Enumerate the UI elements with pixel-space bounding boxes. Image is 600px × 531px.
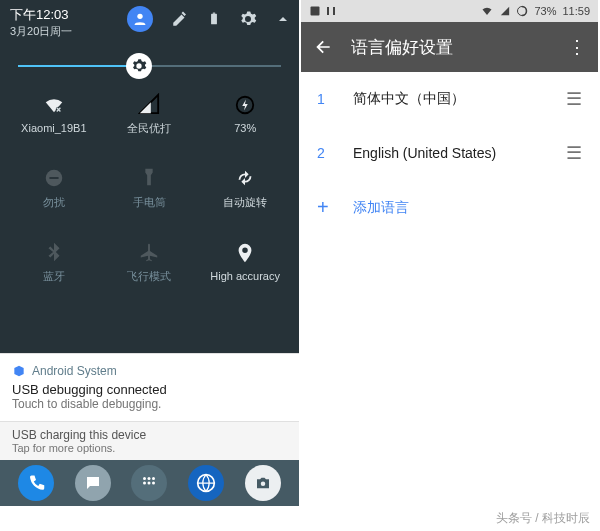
android-icon [12,364,26,378]
location-icon [234,242,256,264]
battery-charging-icon [234,94,256,116]
notification-subtitle: Touch to disable debugging. [12,397,287,411]
language-name: 简体中文（中国） [353,90,544,108]
tile-label: High accuracy [210,270,280,282]
svg-point-9 [152,477,155,480]
notification-title: USB charging this device [12,428,287,442]
notification-subtitle: Tap for more options. [12,442,287,454]
notification-title: USB debugging connected [12,382,287,397]
tile-label: 飞行模式 [127,269,171,284]
tile-bluetooth[interactable]: 蓝牙 [6,225,102,299]
dock-browser-icon[interactable] [188,465,224,501]
language-row[interactable]: 2English (United States)☰ [301,126,598,180]
dock-camera-icon[interactable] [245,465,281,501]
drag-handle-icon[interactable]: ☰ [566,142,582,164]
notification-app-row: Android System [12,364,287,378]
plus-icon: + [317,196,331,219]
tile-location[interactable]: High accuracy [197,225,293,299]
overflow-icon[interactable]: ⋮ [568,45,586,49]
dock-messages-icon[interactable] [75,465,111,501]
screenshot-icon [309,5,321,17]
svg-point-12 [152,482,155,485]
language-settings-screen: 73% 11:59 语言偏好设置 ⋮ 1简体中文（中国）☰2English (U… [299,0,598,506]
wifi-icon [43,94,65,116]
android-n-icon [325,5,337,17]
tile-label: 73% [234,122,256,134]
tile-battery-charging[interactable]: 73% [197,77,293,151]
avatar-icon[interactable] [127,6,153,32]
battery-circle-icon [516,5,528,17]
tile-label: 全民优打 [127,121,171,136]
brightness-icon[interactable] [126,53,152,79]
auto-rotate-icon [234,167,256,189]
notification-app: Android System [32,364,117,378]
battery-icon[interactable] [207,10,221,28]
watermark: 头条号 / 科技时辰 [496,510,590,527]
tiles-grid: Xiaomi_19B1全民优打73%勿扰手电筒自动旋转蓝牙飞行模式High ac… [0,77,299,299]
language-list: 1简体中文（中国）☰2English (United States)☰ [301,72,598,180]
svg-rect-1 [211,14,217,25]
svg-point-7 [143,477,146,480]
edit-icon[interactable] [171,10,189,28]
dnd-icon [43,167,65,189]
notification-area: Android System USB debugging connected T… [0,353,299,506]
settings-icon[interactable] [239,10,257,28]
tile-dnd[interactable]: 勿扰 [6,151,102,225]
svg-point-14 [260,482,265,487]
dock-apps-icon[interactable] [131,465,167,501]
status-left-icons [309,5,337,17]
tile-flashlight[interactable]: 手电筒 [102,151,198,225]
header-actions [127,6,291,32]
language-index: 2 [317,145,331,161]
signal-icon [138,93,160,115]
tile-label: 蓝牙 [43,269,65,284]
status-bar: 73% 11:59 [301,0,598,22]
slider-fill [18,65,139,67]
svg-rect-15 [311,7,320,16]
brightness-slider[interactable] [0,43,299,77]
svg-point-0 [137,14,142,19]
airplane-icon [138,241,160,263]
date: 3月20日周一 [10,24,72,39]
signal-icon [500,5,510,17]
tile-label: 勿扰 [43,195,65,210]
status-right-icons: 73% 11:59 [480,5,590,17]
svg-rect-2 [213,13,215,14]
bluetooth-icon [43,241,65,263]
drag-handle-icon[interactable]: ☰ [566,88,582,110]
notification-usb-charging[interactable]: USB charging this device Tap for more op… [0,421,299,460]
add-language-button[interactable]: + 添加语言 [301,180,598,235]
svg-point-10 [143,482,146,485]
tile-airplane[interactable]: 飞行模式 [102,225,198,299]
tile-auto-rotate[interactable]: 自动旋转 [197,151,293,225]
clock-block: 下午12:03 3月20日周一 [10,6,72,39]
svg-rect-6 [49,177,58,179]
language-name: English (United States) [353,145,544,161]
tile-label: Xiaomi_19B1 [21,122,86,134]
tile-signal[interactable]: 全民优打 [102,77,198,151]
flashlight-icon [138,167,160,189]
tile-label: 自动旋转 [223,195,267,210]
dock-phone-icon[interactable] [18,465,54,501]
quicksettings-panel: 下午12:03 3月20日周一 [0,0,299,506]
language-row[interactable]: 1简体中文（中国）☰ [301,72,598,126]
status-header: 下午12:03 3月20日周一 [0,0,299,43]
wifi-icon [480,5,494,17]
collapse-icon[interactable] [275,11,291,27]
app-bar-title: 语言偏好设置 [351,36,550,59]
tile-label: 手电筒 [133,195,166,210]
tile-wifi[interactable]: Xiaomi_19B1 [6,77,102,151]
time: 11:59 [562,5,590,17]
svg-point-11 [148,482,151,485]
add-language-label: 添加语言 [353,199,409,217]
slider-track [18,65,281,67]
svg-point-8 [148,477,151,480]
notification-usb-debug[interactable]: Android System USB debugging connected T… [0,353,299,421]
dock [0,460,299,506]
back-icon[interactable] [313,37,333,57]
time: 下午12:03 [10,6,72,24]
app-bar: 语言偏好设置 ⋮ [301,22,598,72]
language-index: 1 [317,91,331,107]
battery-text: 73% [534,5,556,17]
